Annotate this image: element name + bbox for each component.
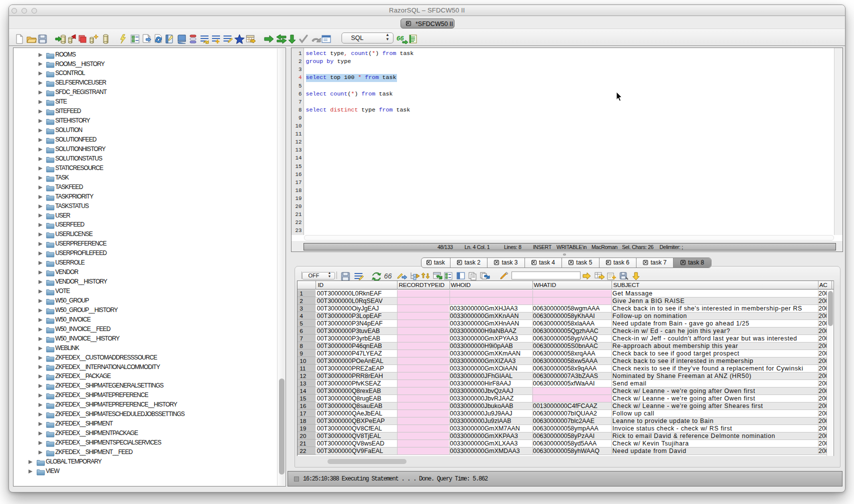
- svg-text:66: 66: [396, 34, 404, 42]
- svg-text:66: 66: [384, 272, 392, 280]
